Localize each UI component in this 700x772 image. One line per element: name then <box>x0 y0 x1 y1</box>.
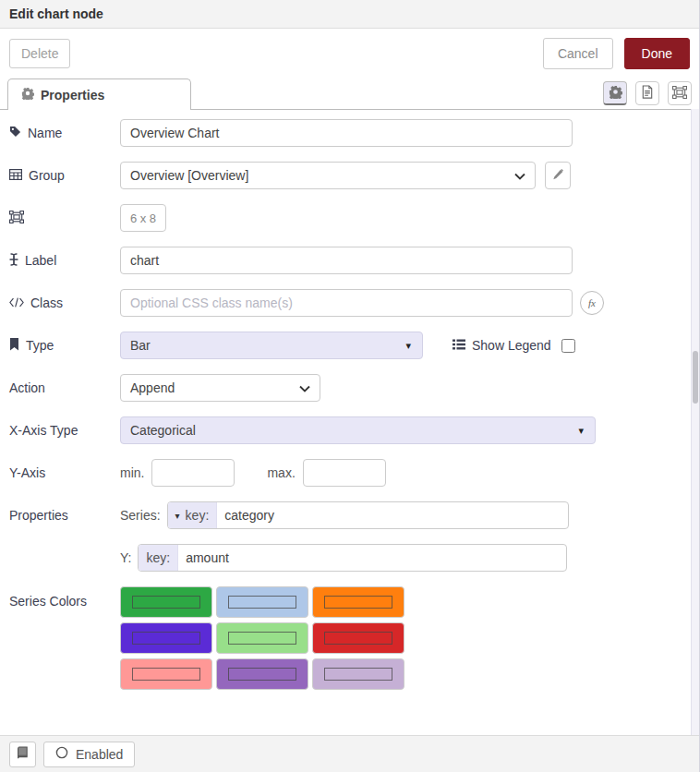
done-button[interactable]: Done <box>624 38 690 69</box>
action-label: Action <box>9 380 120 395</box>
edit-group-button[interactable] <box>545 162 571 189</box>
gear-icon <box>21 87 34 103</box>
tab-properties[interactable]: Properties <box>7 78 191 110</box>
dialog-header: Edit chart node <box>0 0 699 29</box>
enabled-toggle-button[interactable]: Enabled <box>43 742 135 767</box>
group-label: Group <box>9 168 120 183</box>
size-button[interactable]: 6 x 8 <box>120 204 166 232</box>
name-label: Name <box>9 126 120 140</box>
tab-bar: Properties <box>0 78 699 110</box>
y-prop-label: Y: <box>120 550 131 565</box>
class-label: Class <box>9 296 120 310</box>
x-axis-label: X-Axis Type <box>9 423 120 438</box>
group-select[interactable]: Overview [Overview] <box>120 162 536 189</box>
y-min-input[interactable] <box>151 459 235 487</box>
chevron-down-icon <box>514 168 525 183</box>
dialog-footer: Enabled <box>0 735 699 772</box>
size-row: 6 x 8 <box>9 204 690 232</box>
series-label: Series: <box>120 508 161 523</box>
caret-down-icon: ▾ <box>175 511 180 521</box>
object-group-icon <box>672 86 687 102</box>
color-swatch-1[interactable] <box>120 586 212 618</box>
action-select[interactable]: Append <box>120 374 320 402</box>
scrollbar-thumb[interactable] <box>693 351 698 404</box>
edit-properties-button[interactable] <box>603 81 627 105</box>
class-input[interactable] <box>120 289 573 317</box>
series-colors-grid <box>120 586 404 690</box>
y-max-label: max. <box>267 465 295 480</box>
gear-icon <box>609 85 622 102</box>
y-min-label: min. <box>120 465 144 480</box>
document-icon <box>641 85 654 102</box>
cancel-button[interactable]: Cancel <box>543 38 613 69</box>
dialog-title: Edit chart node <box>9 6 103 21</box>
caret-down-icon: ▾ <box>578 425 584 437</box>
y-max-input[interactable] <box>303 459 386 487</box>
tag-icon <box>9 126 21 140</box>
series-colors-row: Series Colors <box>9 586 690 690</box>
chart-type-dropdown[interactable]: Bar ▾ <box>120 332 423 359</box>
type-label: Type <box>9 338 120 354</box>
name-row: Name <box>9 119 690 147</box>
x-axis-row: X-Axis Type Categorical ▾ <box>9 416 690 444</box>
label-label: Label <box>9 253 120 269</box>
show-legend-label: Show Legend <box>472 338 551 353</box>
chevron-down-icon <box>299 380 310 395</box>
show-legend-checkbox[interactable] <box>561 339 575 353</box>
type-row: Type Bar ▾ Show Legend <box>9 332 690 359</box>
pencil-icon <box>552 169 563 183</box>
color-swatch-9[interactable] <box>312 658 404 690</box>
circle-status-icon <box>55 746 68 762</box>
table-icon <box>9 168 22 183</box>
code-icon <box>9 296 24 310</box>
action-row: Action Append <box>9 374 690 402</box>
y-typed-input[interactable]: key: amount <box>138 544 567 572</box>
bookmark-icon <box>9 338 19 354</box>
properties-form: Name Group Overview [Overview] <box>0 110 699 735</box>
size-label <box>9 211 120 226</box>
y-axis-label: Y-Axis <box>9 465 120 480</box>
color-swatch-7[interactable] <box>120 658 212 690</box>
tab-properties-label: Properties <box>41 88 104 103</box>
caret-down-icon: ▾ <box>405 340 411 352</box>
text-cursor-icon <box>9 253 18 269</box>
vertical-scrollbar[interactable] <box>691 109 699 735</box>
series-typed-input[interactable]: ▾ key: category <box>167 501 569 529</box>
book-icon <box>17 746 29 762</box>
y-axis-row: Y-Axis min. max. <box>9 459 690 487</box>
label-row: Label <box>9 247 690 274</box>
edit-description-button[interactable] <box>635 81 659 105</box>
class-row: Class fx <box>9 289 690 317</box>
color-swatch-8[interactable] <box>216 658 308 690</box>
node-help-button[interactable] <box>9 742 36 767</box>
series-property-row: Properties Series: ▾ key: category <box>9 501 690 529</box>
enabled-label: Enabled <box>76 747 123 762</box>
series-key-value[interactable]: category <box>217 502 282 528</box>
object-group-icon <box>9 211 24 226</box>
list-icon <box>453 338 465 353</box>
y-property-row: Y: key: amount <box>9 544 690 572</box>
color-swatch-2[interactable] <box>216 586 308 618</box>
group-row: Group Overview [Overview] <box>9 162 690 189</box>
show-legend-group: Show Legend <box>453 338 575 353</box>
fx-icon: fx <box>580 291 604 315</box>
series-colors-label: Series Colors <box>9 594 120 609</box>
series-type-dropdown[interactable]: ▾ key: <box>168 502 218 528</box>
delete-button[interactable]: Delete <box>9 39 70 68</box>
name-input[interactable] <box>120 119 573 147</box>
color-swatch-4[interactable] <box>120 622 212 654</box>
properties-label: Properties <box>9 508 120 523</box>
color-swatch-3[interactable] <box>312 586 404 618</box>
color-swatch-6[interactable] <box>312 622 404 654</box>
x-axis-type-dropdown[interactable]: Categorical ▾ <box>120 416 596 444</box>
button-tray: Delete Cancel Done <box>0 29 699 78</box>
appearance-button[interactable] <box>668 81 692 105</box>
y-key-value[interactable]: amount <box>178 545 236 571</box>
y-key-prefix: key: <box>139 545 178 571</box>
label-input[interactable] <box>120 247 573 274</box>
color-swatch-5[interactable] <box>216 622 308 654</box>
